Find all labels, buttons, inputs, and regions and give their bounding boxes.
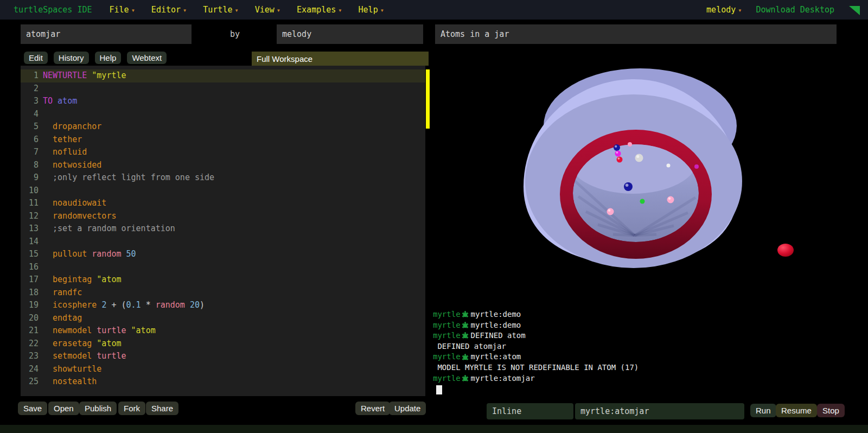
tab-webtext[interactable]: Webtext bbox=[127, 52, 167, 64]
console-line: myrtle myrtle:demo bbox=[433, 309, 864, 320]
resume-button[interactable]: Resume bbox=[776, 404, 817, 417]
code-line: 13 ;set a random orientation bbox=[21, 222, 425, 235]
tab-help[interactable]: Help bbox=[95, 52, 122, 64]
user-menu[interactable]: melody▾ bbox=[706, 5, 742, 15]
code-line: 20 endtag bbox=[21, 312, 425, 325]
publish-button[interactable]: Publish bbox=[79, 402, 117, 415]
chevron-down-icon: ▾ bbox=[131, 7, 135, 14]
code-line: 25 nostealth bbox=[21, 375, 425, 389]
console-line: myrtle myrtle:atom bbox=[433, 352, 864, 362]
menu-turtle[interactable]: Turtle▾ bbox=[203, 5, 238, 15]
tab-history[interactable]: History bbox=[54, 52, 89, 64]
project-name-input[interactable] bbox=[21, 24, 192, 44]
share-button[interactable]: Share bbox=[146, 402, 178, 415]
revert-button[interactable]: Revert bbox=[355, 402, 390, 415]
render-viewport[interactable] bbox=[429, 44, 868, 307]
run-button[interactable]: Run bbox=[750, 404, 776, 417]
console-line: myrtle myrtle:atomjar bbox=[433, 373, 864, 384]
jar-3d-render bbox=[429, 44, 868, 307]
turtle-icon bbox=[461, 332, 469, 340]
menu-file[interactable]: File▾ bbox=[110, 5, 135, 15]
code-line: 22 erasetag "atom bbox=[21, 338, 425, 351]
open-button[interactable]: Open bbox=[48, 402, 79, 415]
code-line: 10 bbox=[21, 184, 425, 198]
code-line: 17 begintag "atom bbox=[21, 273, 425, 286]
chevron-down-icon: ▾ bbox=[277, 7, 280, 14]
console-line: MODEL MYRTLE IS NOT REDEFINABLE IN ATOM … bbox=[433, 362, 864, 373]
code-line: 7 nofluid bbox=[21, 146, 425, 159]
run-mode-input[interactable] bbox=[487, 403, 573, 419]
chevron-down-icon: ▾ bbox=[183, 7, 187, 14]
code-lines: 1NEWTURTLE "myrtle23TO atom45 dropanchor… bbox=[21, 69, 425, 389]
code-line: 2 bbox=[21, 82, 425, 95]
code-line: 8 notwosided bbox=[21, 159, 425, 172]
turtle-icon bbox=[461, 353, 469, 361]
code-line: 11 noaudiowait bbox=[21, 197, 425, 210]
code-editor[interactable]: 1NEWTURTLE "myrtle23TO atom45 dropanchor… bbox=[21, 66, 425, 396]
tab-edit[interactable]: Edit bbox=[24, 52, 48, 64]
corner-flag-icon[interactable] bbox=[848, 4, 860, 16]
code-line: 19 icosphere 2 + (0.1 * random 20) bbox=[21, 299, 425, 312]
code-line: 5 dropanchor bbox=[21, 120, 425, 133]
update-button[interactable]: Update bbox=[389, 402, 426, 415]
menu-help[interactable]: Help▾ bbox=[359, 5, 384, 15]
text-cursor bbox=[436, 385, 442, 394]
run-command-input[interactable] bbox=[575, 403, 744, 419]
code-line: 18 randfc bbox=[21, 286, 425, 300]
editor-tab-bar: Edit History Help Webtext bbox=[24, 52, 167, 64]
chevron-down-icon: ▾ bbox=[338, 7, 342, 14]
code-line: 23 setmodel turtle bbox=[21, 350, 425, 363]
by-label: by bbox=[230, 29, 240, 39]
save-button[interactable]: Save bbox=[18, 402, 47, 415]
stop-button[interactable]: Stop bbox=[817, 404, 845, 417]
chevron-down-icon: ▾ bbox=[738, 7, 742, 14]
fork-button[interactable]: Fork bbox=[118, 402, 145, 415]
download-desktop-link[interactable]: Download Desktop bbox=[756, 5, 835, 15]
bottom-strip bbox=[0, 425, 868, 433]
console-line: DEFINED atomjar bbox=[433, 341, 864, 352]
code-line: 12 randomvectors bbox=[21, 210, 425, 223]
chevron-down-icon: ▾ bbox=[380, 7, 384, 14]
code-line: 6 tether bbox=[21, 133, 425, 147]
turtle-icon bbox=[461, 321, 469, 329]
author-input[interactable] bbox=[277, 24, 423, 44]
console-output: myrtle myrtle:demomyrtle myrtle:demomyrt… bbox=[433, 309, 864, 394]
code-line: 21 newmodel turtle "atom bbox=[21, 324, 425, 338]
menu-list: File▾ Editor▾ Turtle▾ View▾ Examples▾ He… bbox=[110, 5, 384, 15]
code-line: 16 bbox=[21, 261, 425, 274]
code-line: 14 bbox=[21, 235, 425, 249]
chevron-down-icon: ▾ bbox=[234, 7, 238, 14]
code-line: 24 showturtle bbox=[21, 363, 425, 376]
turtle-icon bbox=[461, 310, 469, 319]
code-line: 1NEWTURTLE "myrtle bbox=[21, 69, 425, 82]
code-line: 15 pullout random 50 bbox=[21, 248, 425, 261]
code-line: 4 bbox=[21, 108, 425, 121]
code-line: 3TO atom bbox=[21, 95, 425, 108]
loose-atom-sphere bbox=[777, 244, 794, 257]
menu-examples[interactable]: Examples▾ bbox=[297, 5, 342, 15]
console-line: myrtle myrtle:demo bbox=[433, 320, 864, 331]
turtle-icon bbox=[461, 374, 469, 383]
app-logo: turtleSpaces IDE bbox=[14, 5, 92, 15]
workspace-select[interactable]: Full Workspace bbox=[252, 52, 429, 66]
top-menu-bar: turtleSpaces IDE File▾ Editor▾ Turtle▾ V… bbox=[0, 0, 868, 20]
project-title-input[interactable] bbox=[435, 24, 837, 44]
menu-editor[interactable]: Editor▾ bbox=[151, 5, 187, 15]
code-line: 9 ;only reflect light from one side bbox=[21, 171, 425, 184]
menu-view[interactable]: View▾ bbox=[255, 5, 280, 15]
console-line: myrtle DEFINED atom bbox=[433, 330, 864, 341]
